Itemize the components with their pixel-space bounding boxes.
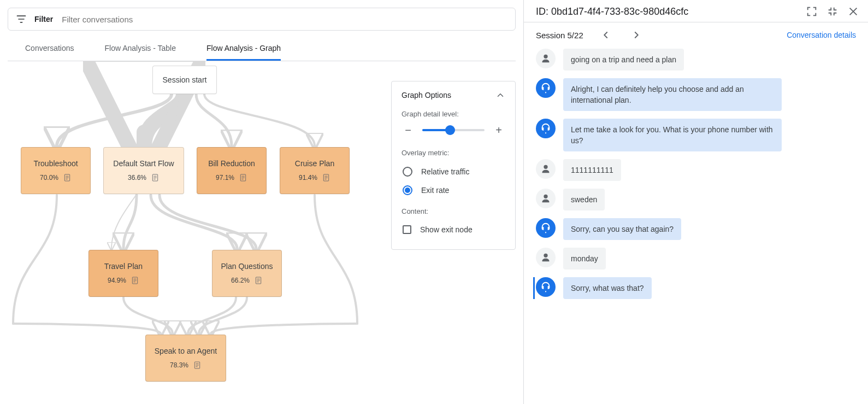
fullscreen-icon[interactable]: [806, 5, 818, 17]
node-metric: 36.6%: [128, 174, 146, 181]
node-label: Plan Questions: [221, 262, 273, 271]
bot-avatar-icon: [536, 119, 556, 138]
radio-exit-rate[interactable]: Exit rate: [401, 181, 505, 200]
page-icon: [131, 276, 139, 285]
user-avatar-icon: [536, 189, 556, 208]
message-row[interactable]: Alright, I can definitely help you choos…: [536, 78, 856, 111]
node-label: Troubleshoot: [33, 159, 78, 168]
message-text: Sorry, can you say that again?: [563, 218, 681, 240]
page-icon: [239, 173, 247, 182]
page-icon: [151, 173, 160, 182]
plus-icon[interactable]: +: [492, 124, 505, 137]
filter-input[interactable]: [61, 14, 507, 25]
node-cruise-plan[interactable]: Cruise Plan 91.4%: [280, 147, 350, 194]
detail-level-label: Graph detail level:: [401, 110, 505, 118]
node-metric: 70.0%: [40, 174, 58, 181]
conversation-id: ID: 0bd1d7-4f4-733-83c-980d46cfc: [536, 6, 688, 17]
node-metric: 97.1%: [216, 174, 234, 181]
chevron-up-icon[interactable]: [495, 90, 505, 100]
node-session-start[interactable]: Session start: [152, 66, 217, 94]
message-row[interactable]: sweden: [536, 189, 856, 210]
filter-icon: [16, 14, 27, 25]
radio-label: Relative traffic: [421, 167, 469, 176]
message-text: Sorry, what was that?: [563, 277, 652, 299]
node-metric: 78.3%: [170, 361, 188, 369]
node-label: Session start: [163, 75, 207, 84]
exit-fullscreen-icon[interactable]: [826, 5, 839, 17]
filter-bar[interactable]: Filter: [8, 8, 516, 31]
bot-avatar-icon: [536, 78, 556, 98]
message-row[interactable]: Sorry, can you say that again?: [536, 218, 856, 240]
node-plan-questions[interactable]: Plan Questions 66.2%: [212, 250, 282, 297]
session-label: Session 5/22: [536, 31, 583, 40]
node-metric: 94.9%: [108, 277, 126, 284]
content-label: Content:: [401, 207, 505, 215]
node-travel-plan[interactable]: Travel Plan 94.9%: [88, 250, 158, 297]
message-text: going on a trip and need a plan: [563, 49, 684, 71]
chevron-right-icon[interactable]: [630, 29, 642, 41]
message-text: monday: [563, 248, 606, 270]
message-row[interactable]: monday: [536, 248, 856, 270]
bot-avatar-icon: [536, 277, 556, 297]
conversation-details-link[interactable]: Conversation details: [787, 31, 856, 39]
filter-label: Filter: [34, 15, 53, 24]
node-metric: 91.4%: [299, 174, 317, 181]
node-label: Cruise Plan: [295, 159, 334, 168]
bot-avatar-icon: [536, 218, 556, 238]
message-text: Let me take a look for you. What is your…: [563, 119, 782, 151]
message-row[interactable]: Let me take a look for you. What is your…: [536, 119, 856, 151]
message-row[interactable]: Sorry, what was that?: [536, 277, 856, 299]
message-text: 1111111111: [563, 159, 621, 181]
graph-options-panel: Graph Options Graph detail level: − + Ov…: [391, 81, 516, 250]
message-row[interactable]: going on a trip and need a plan: [536, 49, 856, 71]
tab-flow-graph[interactable]: Flow Analysis - Graph: [206, 36, 281, 61]
page-icon: [63, 173, 72, 182]
node-troubleshoot[interactable]: Troubleshoot 70.0%: [21, 147, 91, 194]
tab-flow-table[interactable]: Flow Analysis - Table: [105, 36, 176, 61]
message-text: sweden: [563, 189, 605, 210]
node-bill-reduction[interactable]: Bill Reduction 97.1%: [197, 147, 267, 194]
message-text: Alright, I can definitely help you choos…: [563, 78, 782, 111]
user-avatar-icon: [536, 159, 556, 179]
chevron-left-icon[interactable]: [600, 29, 612, 41]
node-metric: 66.2%: [231, 277, 250, 284]
message-row[interactable]: 1111111111: [536, 159, 856, 181]
overlay-label: Overlay metric:: [401, 149, 505, 157]
node-label: Travel Plan: [104, 262, 143, 271]
tab-conversations[interactable]: Conversations: [25, 36, 74, 61]
node-label: Default Start Flow: [113, 159, 174, 168]
tabs: Conversations Flow Analysis - Table Flow…: [8, 36, 516, 61]
chat-thread: going on a trip and need a planAlright, …: [524, 44, 868, 404]
node-default-start[interactable]: Default Start Flow 36.6%: [103, 147, 184, 194]
radio-label: Exit rate: [421, 186, 449, 195]
options-title: Graph Options: [401, 91, 451, 99]
radio-relative-traffic[interactable]: Relative traffic: [401, 162, 505, 181]
user-avatar-icon: [536, 248, 556, 267]
page-icon: [322, 173, 330, 182]
page-icon: [254, 276, 263, 285]
node-speak-agent[interactable]: Speak to an Agent 78.3%: [145, 335, 226, 382]
checkbox-show-exit[interactable]: Show exit node: [401, 221, 505, 238]
conversation-panel: ID: 0bd1d7-4f4-733-83c-980d46cfc Session…: [524, 0, 868, 404]
page-icon: [193, 361, 202, 370]
minus-icon[interactable]: −: [401, 124, 415, 137]
node-label: Bill Reduction: [208, 159, 255, 168]
detail-slider[interactable]: [422, 129, 485, 131]
user-avatar-icon: [536, 49, 556, 68]
close-icon[interactable]: [847, 5, 859, 17]
check-label: Show exit node: [420, 225, 473, 234]
node-label: Speak to an Agent: [155, 347, 217, 355]
